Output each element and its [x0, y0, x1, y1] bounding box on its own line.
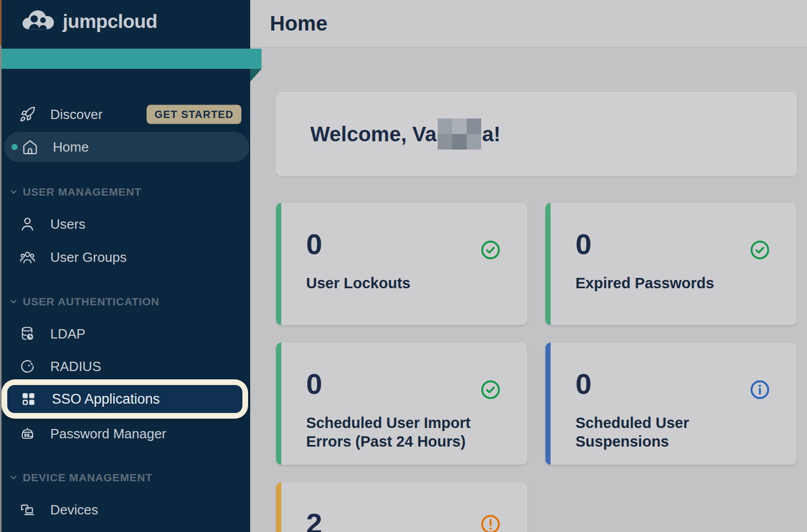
alert-circle-icon — [480, 513, 501, 532]
sidebar-item-discover[interactable]: Discover GET STARTED — [2, 103, 250, 126]
ldap-database-icon — [19, 325, 36, 343]
stat-value: 0 — [575, 230, 592, 259]
stat-value: 0 — [306, 230, 322, 259]
sidebar-item-label: Password Manager — [50, 426, 166, 442]
radius-dial-icon — [19, 358, 36, 375]
sso-highlight-ring: SSO Applications — [2, 379, 248, 419]
sidebar-item-label: Home — [53, 139, 89, 155]
stat-value: 2 — [306, 509, 322, 532]
sidebar-item-radius[interactable]: RADIUS — [2, 355, 250, 378]
stat-label: Expired Passwords — [575, 274, 714, 293]
home-icon — [21, 138, 39, 156]
sidebar-item-ldap[interactable]: LDAP — [2, 322, 250, 345]
stat-card-expired-passwords[interactable]: 0 Expired Passwords — [545, 203, 797, 325]
stat-card-warning[interactable]: 2 — [276, 482, 527, 532]
window-edge-artifact-top — [0, 0, 2, 46]
sidebar-item-label: SSO Applications — [52, 391, 160, 407]
section-header-user-authentication[interactable]: USER AUTHENTICATION — [2, 294, 250, 309]
sidebar-item-users[interactable]: Users — [2, 213, 250, 235]
sidebar-item-label: RADIUS — [50, 359, 101, 375]
section-header-device-management[interactable]: DEVICE MANAGEMENT — [2, 470, 250, 485]
stat-label: Scheduled User Suspensions — [575, 414, 783, 451]
stat-value: 0 — [575, 370, 592, 398]
stat-label: User Lockouts — [306, 274, 410, 293]
sidebar-item-label: User Groups — [50, 249, 126, 265]
stat-label: Scheduled User Import Errors (Past 24 Ho… — [306, 414, 513, 451]
section-title: DEVICE MANAGEMENT — [23, 471, 152, 484]
chevron-down-icon — [8, 472, 19, 483]
section-title: USER AUTHENTICATION — [23, 295, 160, 308]
stat-card-scheduled-user-suspensions[interactable]: 0 Scheduled User Suspensions — [545, 343, 797, 465]
welcome-suffix: a! — [482, 123, 501, 146]
apps-grid-icon — [20, 390, 37, 408]
sidebar-item-label: LDAP — [50, 326, 85, 342]
user-group-icon — [19, 248, 36, 266]
window-edge-artifact — [0, 0, 2, 532]
jumpcloud-cloud-icon — [17, 8, 59, 35]
rocket-icon — [19, 106, 36, 123]
chevron-down-icon — [8, 187, 19, 197]
status-cards-grid: 0 User Lockouts 0 Expired Passwords 0 Sc… — [276, 203, 797, 532]
page-title: Home — [270, 12, 327, 35]
sidebar-item-sso-applications[interactable]: SSO Applications — [7, 385, 242, 413]
sidebar-item-label: Devices — [50, 502, 98, 518]
active-indicator-dot — [11, 144, 18, 150]
section-header-user-management[interactable]: USER MANAGEMENT — [2, 185, 250, 199]
info-circle-icon — [749, 379, 771, 401]
jumpcloud-logo-text: jumpcloud — [63, 11, 157, 33]
sidebar-accent-band — [2, 49, 262, 69]
check-circle-icon — [480, 379, 501, 401]
chevron-down-icon — [8, 297, 19, 307]
sidebar-item-devices[interactable]: Devices — [2, 498, 250, 521]
check-circle-icon — [749, 239, 771, 261]
stat-value: 0 — [306, 370, 322, 398]
stat-card-user-lockouts[interactable]: 0 User Lockouts — [276, 203, 527, 325]
check-circle-icon — [480, 239, 501, 261]
password-vault-icon — [19, 425, 36, 442]
welcome-message: Welcome, Vaa! — [310, 119, 500, 150]
main-content: Welcome, Vaa! 0 User Lockouts 0 Expired … — [250, 48, 807, 532]
jumpcloud-logo[interactable]: jumpcloud — [17, 8, 157, 35]
section-title: USER MANAGEMENT — [23, 186, 141, 198]
sidebar-item-home[interactable]: Home — [4, 132, 249, 162]
sidebar-item-user-groups[interactable]: User Groups — [2, 246, 250, 269]
sidebar: jumpcloud Discover GET STARTED Home USE — [2, 0, 250, 532]
get-started-badge: GET STARTED — [147, 105, 241, 124]
page-header: Home — [250, 0, 807, 48]
stat-card-scheduled-user-import-errors[interactable]: 0 Scheduled User Import Errors (Past 24 … — [276, 343, 527, 465]
redacted-name-pixelation — [438, 119, 481, 150]
sidebar-item-label: Users — [50, 216, 85, 232]
devices-icon — [19, 501, 36, 519]
sidebar-item-label: Discover — [50, 107, 103, 123]
sidebar-item-password-manager[interactable]: Password Manager — [2, 422, 250, 445]
welcome-prefix: Welcome, Va — [310, 123, 437, 146]
welcome-card: Welcome, Vaa! — [276, 92, 797, 176]
user-icon — [19, 215, 36, 233]
